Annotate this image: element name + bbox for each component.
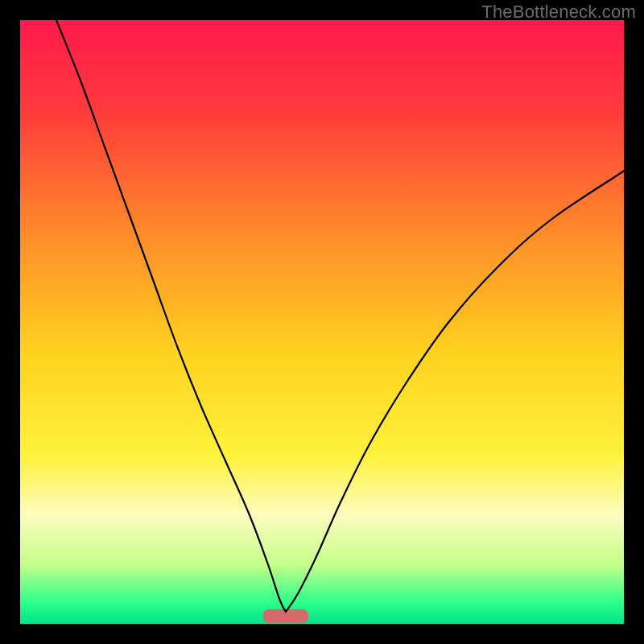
chart-svg <box>20 20 624 624</box>
gradient-background <box>20 20 624 624</box>
plot-area <box>20 20 624 624</box>
watermark-text: TheBottleneck.com <box>481 2 636 23</box>
chart-frame: TheBottleneck.com <box>0 0 644 644</box>
